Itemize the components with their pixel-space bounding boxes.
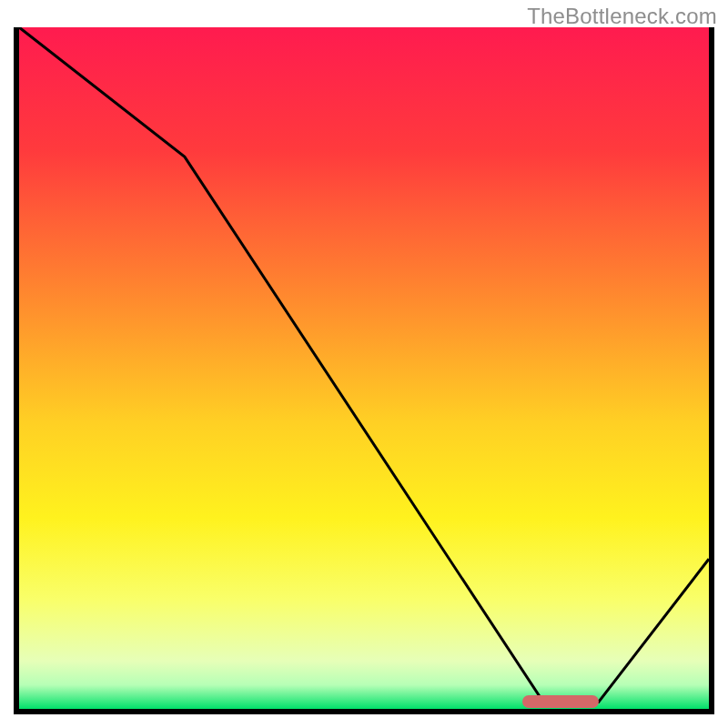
chart-frame: [14, 27, 714, 714]
optimal-range-marker: [522, 695, 598, 708]
watermark-text: TheBottleneck.com: [527, 4, 717, 29]
plot-area: [19, 27, 709, 709]
